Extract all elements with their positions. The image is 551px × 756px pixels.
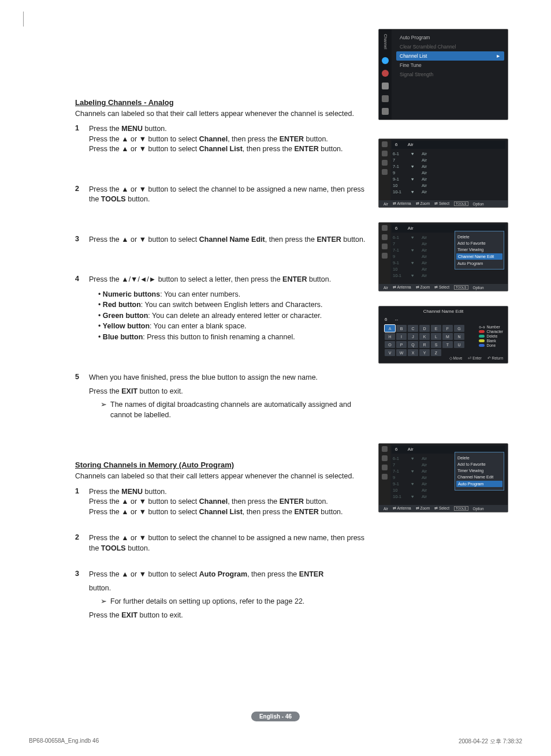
screenshot-channel-name-edit: Channel Name Edit 6 -- ABCDEFGHIJKLMNOPQ…	[378, 306, 508, 364]
step-3: 3 Press the ▲ or ▼ button to select Chan…	[75, 235, 367, 245]
input-icon	[382, 108, 389, 115]
step-1: 1 Press the MENU button. Press the ▲ or …	[75, 124, 367, 155]
sound-icon	[382, 70, 389, 77]
s2-step-3: 3 Press the ▲ or ▼ button to select Auto…	[75, 570, 367, 620]
step-2: 2 Press the ▲ or ▼ button to select the …	[75, 185, 367, 205]
screenshot-channel-menu: Channel Auto Program Clear Scrambled Cha…	[378, 29, 508, 120]
screenshot-channel-list-popup2: Added Channels 6 Air 6-1♥Air7Air7-1♥Air9…	[378, 443, 508, 512]
section1-title: Labeling Channels - Analog	[75, 98, 367, 107]
screenshot-channel-list-popup1: Added Channels 6 Air 6-1♥Air7Air7-1♥Air9…	[378, 222, 508, 291]
picture-icon	[382, 57, 389, 64]
section2-title: Storing Channels in Memory (Auto Program…	[75, 461, 367, 469]
section1-intro: Channels can labeled so that their call …	[75, 109, 367, 118]
channel-icon	[382, 83, 389, 89]
note-arrow-icon: ➢	[100, 597, 107, 607]
s2-step-2: 2 Press the ▲ or ▼ button to select the …	[75, 533, 367, 553]
page-badge: English - 46	[251, 712, 300, 721]
step-5: 5 When you have finished, press the blue…	[75, 373, 367, 420]
section2-intro: Channels can labeled so that their call …	[75, 471, 367, 481]
note-arrow-icon: ➢	[100, 400, 107, 420]
screenshot-channel-list-1: Added Channels 6 Air 6-1♥Air7Air7-1♥Air9…	[378, 139, 508, 208]
footer-metadata: BP68-00658A_Eng.indb 46 2008-04-22 오후 7:…	[0, 738, 551, 746]
step-4: 4 Press the ▲/▼/◄/► button to select a l…	[75, 275, 367, 343]
s2-step-1: 1 Press the MENU button. Press the ▲ or …	[75, 487, 367, 518]
setup-icon	[382, 95, 389, 102]
